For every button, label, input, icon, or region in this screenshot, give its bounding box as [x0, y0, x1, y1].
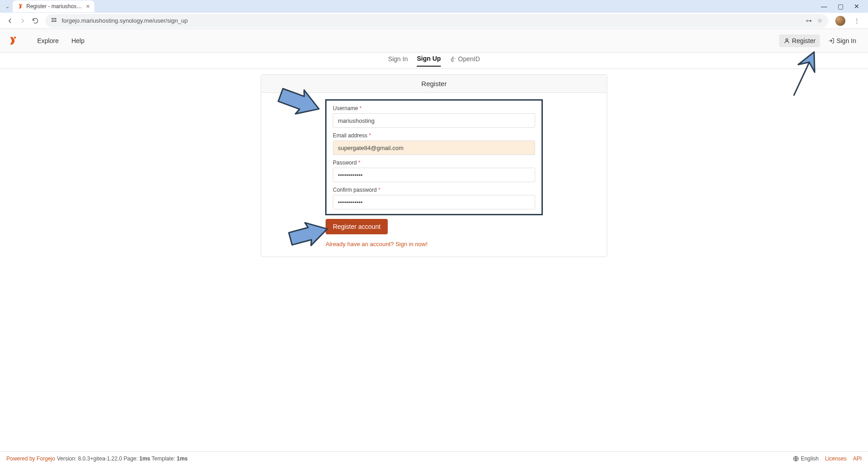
svg-rect-4	[54, 21, 56, 22]
forgejo-logo-icon[interactable]	[7, 35, 18, 46]
app-nav: Explore Help Register Sign In	[0, 29, 868, 53]
browser-tab[interactable]: Register - mariushosting: Beyon ×	[13, 0, 94, 12]
browser-chrome: ⌄ Register - mariushosting: Beyon × — ▢ …	[0, 0, 868, 29]
auth-subtabs: Sign In Sign Up OpenID	[0, 53, 868, 69]
svg-point-5	[14, 36, 16, 38]
reload-icon[interactable]	[29, 15, 42, 27]
signin-now-link[interactable]: Already have an account? Sign in now!	[326, 241, 428, 247]
site-settings-icon[interactable]	[51, 17, 58, 24]
profile-avatar[interactable]	[835, 16, 845, 26]
address-bar: forgejo.mariushosting.synology.me/user/s…	[0, 13, 868, 29]
svg-point-6	[786, 39, 788, 41]
password-input[interactable]	[333, 168, 535, 182]
nav-signin-label: Sign In	[836, 37, 856, 44]
url-bar[interactable]: forgejo.mariushosting.synology.me/user/s…	[45, 14, 828, 28]
tab-signin[interactable]: Sign In	[388, 55, 408, 66]
nav-register-button[interactable]: Register	[779, 34, 820, 47]
username-input[interactable]	[333, 113, 535, 128]
email-label: Email address *	[333, 132, 535, 139]
signin-icon	[828, 38, 834, 44]
url-text: forgejo.mariushosting.synology.me/user/s…	[62, 17, 188, 24]
toolbar-right: ⋮	[832, 16, 864, 26]
content: Register Username * Email address * Pass…	[0, 69, 868, 275]
menu-dots-icon[interactable]: ⋮	[853, 17, 861, 25]
register-form: Username * Email address * Password * Co…	[325, 99, 543, 215]
nav-help[interactable]: Help	[65, 37, 91, 44]
tab-title: Register - mariushosting: Beyon	[26, 3, 83, 10]
tab-signup[interactable]: Sign Up	[417, 55, 441, 67]
confirm-password-input[interactable]	[333, 195, 535, 209]
password-key-icon[interactable]: ⊶	[806, 17, 812, 24]
tabs-dropdown-icon[interactable]: ⌄	[4, 4, 11, 10]
tab-openid-label: OpenID	[458, 55, 480, 63]
back-icon[interactable]	[4, 15, 16, 27]
username-label: Username *	[333, 105, 535, 111]
tab-favicon-icon	[17, 3, 24, 10]
forward-icon[interactable]	[16, 15, 29, 27]
svg-point-0	[21, 4, 22, 5]
person-icon	[784, 38, 790, 44]
openid-icon	[450, 56, 456, 62]
maximize-icon[interactable]: ▢	[836, 3, 844, 10]
nav-explore[interactable]: Explore	[31, 37, 65, 44]
register-panel: Register Username * Email address * Pass…	[261, 74, 607, 257]
password-label: Password *	[333, 160, 535, 166]
tab-openid[interactable]: OpenID	[450, 55, 480, 66]
tab-close-icon[interactable]: ×	[86, 3, 90, 10]
panel-body: Username * Email address * Password * Co…	[261, 93, 607, 257]
window-controls: — ▢ ✕	[820, 3, 864, 10]
tab-bar: ⌄ Register - mariushosting: Beyon × — ▢ …	[0, 0, 868, 13]
panel-title: Register	[261, 75, 607, 93]
email-input[interactable]	[333, 140, 535, 155]
register-account-button[interactable]: Register account	[326, 219, 388, 234]
svg-rect-2	[54, 19, 56, 19]
bookmark-star-icon[interactable]: ☆	[817, 17, 823, 24]
annotation-arrow-register-btn	[286, 218, 332, 252]
nav-signin-button[interactable]: Sign In	[824, 34, 861, 47]
close-window-icon[interactable]: ✕	[853, 3, 861, 10]
confirm-password-label: Confirm password *	[333, 187, 535, 193]
minimize-icon[interactable]: —	[820, 3, 828, 10]
svg-rect-1	[52, 19, 54, 19]
svg-rect-3	[52, 21, 54, 22]
nav-register-label: Register	[792, 37, 815, 44]
